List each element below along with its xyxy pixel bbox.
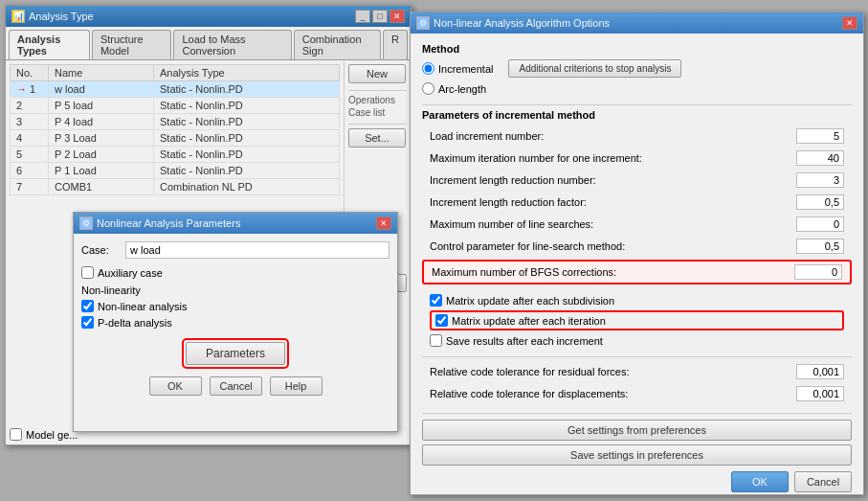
tab-load-mass-conversion[interactable]: Load to Mass Conversion xyxy=(173,30,291,59)
row-name: P 4 load xyxy=(49,114,154,130)
pdelta-checkbox[interactable] xyxy=(81,316,94,329)
table-row[interactable]: 7 COMB1 Combination NL PD xyxy=(11,179,340,195)
method-label: Method xyxy=(422,43,852,55)
checkbox-matrix-iteration-wrapper: Matrix update after each iteration xyxy=(430,310,844,330)
param-label: Increment length reduction factor: xyxy=(430,196,587,208)
algorithm-options-titlebar: ⚙ Non-linear Analysis Algorithm Options … xyxy=(411,12,863,34)
table-row[interactable]: 6 P 1 Load Static - Nonlin.PD xyxy=(11,163,340,179)
save-settings-button[interactable]: Save settings in preferences xyxy=(422,444,852,466)
row-no: 6 xyxy=(11,163,49,179)
row-name: COMB1 xyxy=(49,179,154,195)
save-results-label: Save results after each increment xyxy=(446,335,603,347)
save-results-checkbox[interactable] xyxy=(430,334,442,347)
case-input[interactable] xyxy=(125,241,389,259)
row-name: P 5 load xyxy=(49,98,154,114)
displacements-input[interactable] xyxy=(796,386,844,401)
nonlinear-analysis-checkbox[interactable] xyxy=(81,300,94,312)
model-ge-label: Model ge... xyxy=(26,429,78,441)
tab-analysis-types[interactable]: Analysis Types xyxy=(9,30,90,59)
analysis-table: No. Name Analysis Type → 1 w load Static… xyxy=(10,64,340,195)
row-type: Static - Nonlin.PD xyxy=(154,130,340,147)
row-type: Static - Nonlin.PD xyxy=(154,98,340,114)
operations-label: Operations xyxy=(348,95,395,105)
param-label: Maximum number of line searches: xyxy=(430,218,593,230)
parameters-button[interactable]: Parameters xyxy=(186,342,285,365)
table-row[interactable]: 2 P 5 load Static - Nonlin.PD xyxy=(11,98,340,114)
incremental-radio[interactable] xyxy=(422,62,434,75)
algo-ok-button[interactable]: OK xyxy=(731,471,789,492)
auxiliary-case-checkbox[interactable] xyxy=(81,266,94,279)
param-input[interactable] xyxy=(796,239,844,254)
nonlinear-analysis-label: Non-linear analysis xyxy=(98,301,188,312)
bottom-buttons-section: Get settings from preferences Save setti… xyxy=(422,420,852,492)
row-name: P 2 Load xyxy=(49,147,154,163)
tab-r[interactable]: R xyxy=(383,30,408,59)
row-no: 5 xyxy=(11,147,49,163)
minimize-btn[interactable]: _ xyxy=(355,10,370,23)
close-btn[interactable]: ✕ xyxy=(389,10,405,23)
residual-input[interactable] xyxy=(796,364,844,379)
nonlinearity-section: Non-linearity Non-linear analysis P-delt… xyxy=(81,285,389,330)
new-button[interactable]: New xyxy=(348,64,406,83)
nl-cancel-button[interactable]: Cancel xyxy=(210,376,262,396)
algo-titlebar-icon: ⚙ xyxy=(416,16,430,30)
incremental-label: Incremental xyxy=(438,63,493,75)
col-name: Name xyxy=(49,65,154,81)
param-row-displacements: Relative code tolerance for displacement… xyxy=(422,383,852,405)
row-arrow: → 1 xyxy=(11,81,49,98)
bfgs-input[interactable] xyxy=(794,264,842,280)
titlebar-icon: 📊 xyxy=(11,10,25,23)
maximize-btn[interactable]: □ xyxy=(372,10,388,23)
tab-bar: Analysis Types Structure Model Load to M… xyxy=(6,27,411,60)
tab-structure-model[interactable]: Structure Model xyxy=(92,30,172,59)
param-row-residual: Relative code tolerance for residual for… xyxy=(422,361,852,383)
matrix-subdivision-label: Matrix update after each subdivision xyxy=(446,295,614,307)
analysis-type-titlebar: 📊 Analysis Type _ □ ✕ xyxy=(6,6,411,27)
case-label: Case: xyxy=(81,244,118,256)
param-input[interactable] xyxy=(796,172,844,188)
param-input[interactable] xyxy=(796,194,844,210)
param-input[interactable] xyxy=(796,128,844,144)
model-ge-checkbox[interactable] xyxy=(10,428,22,441)
additional-criterions-button[interactable]: Additional criterions to stop analysis xyxy=(508,59,681,78)
nl-ok-button[interactable]: OK xyxy=(149,376,202,396)
row-no: 2 xyxy=(11,98,49,114)
algorithm-options-title: Non-linear Analysis Algorithm Options xyxy=(434,17,610,29)
checkbox-matrix-subdivision: Matrix update after each subdivision xyxy=(430,292,844,308)
get-settings-button[interactable]: Get settings from preferences xyxy=(422,420,852,441)
table-row[interactable]: 3 P 4 load Static - Nonlin.PD xyxy=(11,114,340,130)
param-row-increment-reduction-factor: Increment length reduction factor: xyxy=(422,192,852,214)
param-input[interactable] xyxy=(796,216,844,232)
row-name: w load xyxy=(49,81,154,98)
col-type: Analysis Type xyxy=(154,65,340,81)
arc-length-label: Arc-length xyxy=(438,83,486,95)
param-label: Relative code tolerance for residual for… xyxy=(430,366,630,377)
nl-close-btn[interactable]: ✕ xyxy=(376,216,391,230)
table-row[interactable]: 4 P 3 Load Static - Nonlin.PD xyxy=(11,130,340,147)
tolerance-section: Relative code tolerance for residual for… xyxy=(422,361,852,405)
matrix-iteration-label: Matrix update after each iteration xyxy=(452,315,606,327)
row-name: P 1 Load xyxy=(49,163,154,179)
nl-help-button[interactable]: Help xyxy=(270,376,323,396)
nonlinearity-label: Non-linearity xyxy=(81,285,389,296)
arc-length-radio[interactable] xyxy=(422,82,434,95)
matrix-subdivision-checkbox[interactable] xyxy=(430,294,442,307)
table-row[interactable]: 5 P 2 Load Static - Nonlin.PD xyxy=(11,147,340,163)
tab-combination-sign[interactable]: Combination Sign xyxy=(294,30,381,59)
param-row-line-searches: Maximum number of line searches: xyxy=(422,214,852,236)
window-controls: _ □ ✕ xyxy=(355,10,405,23)
checkboxes-section: Matrix update after each subdivision Mat… xyxy=(422,288,852,353)
algo-close-btn[interactable]: ✕ xyxy=(842,16,857,30)
row-name: P 3 Load xyxy=(49,130,154,147)
algorithm-options-window: ⚙ Non-linear Analysis Algorithm Options … xyxy=(410,11,864,495)
param-row-increment-reduction-num: Increment length reduction number: xyxy=(422,170,852,192)
matrix-iteration-checkbox[interactable] xyxy=(435,314,448,327)
row-type: Static - Nonlin.PD xyxy=(154,81,340,98)
analysis-type-window: 📊 Analysis Type _ □ ✕ Analysis Types Str… xyxy=(5,5,412,445)
algo-cancel-button[interactable]: Cancel xyxy=(794,471,852,492)
settings-button[interactable]: Set... xyxy=(348,128,406,148)
param-input[interactable] xyxy=(796,150,844,166)
table-row[interactable]: → 1 w load Static - Nonlin.PD xyxy=(11,81,340,98)
row-type: Static - Nonlin.PD xyxy=(154,163,340,179)
nl-titlebar-icon: ⚙ xyxy=(79,216,93,230)
